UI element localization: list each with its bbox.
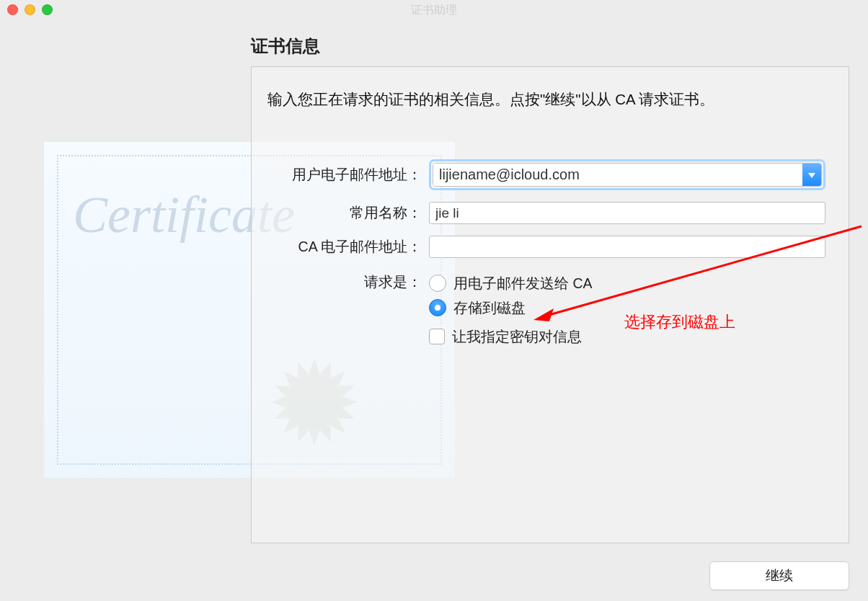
- radio-label-send-email: 用电子邮件发送给 CA: [453, 274, 593, 293]
- radio-label-save-disk: 存储到磁盘: [453, 298, 526, 318]
- label-request-type: 请求是：: [252, 270, 429, 292]
- label-user-email: 用户电子邮件地址：: [252, 165, 429, 184]
- radio-icon: [429, 275, 446, 292]
- label-common-name: 常用名称：: [252, 203, 429, 223]
- row-user-email: 用户电子邮件地址：: [252, 159, 825, 190]
- row-ca-email: CA 电子邮件地址：: [252, 236, 825, 258]
- radio-icon-selected: [429, 299, 446, 316]
- annotation-text: 选择存到磁盘上: [624, 311, 735, 333]
- chevron-down-icon: [807, 171, 816, 179]
- checkbox-label-specify-key: 让我指定密钥对信息: [452, 327, 582, 347]
- user-email-combobox-focus-ring: [429, 159, 825, 190]
- window-title: 证书助理: [0, 0, 868, 20]
- titlebar: 证书助理: [0, 0, 868, 20]
- checkbox-icon: [429, 329, 445, 344]
- common-name-input[interactable]: [429, 202, 825, 224]
- radio-send-email-to-ca[interactable]: 用电子邮件发送给 CA: [429, 271, 825, 295]
- row-request-type: 请求是： 用电子邮件发送给 CA 存储到磁盘 让我指定密钥对信息: [252, 270, 825, 349]
- certificate-assistant-window: 证书助理 Certificate 证书信息 输入您正在请求的证书的相关信息。点按…: [0, 0, 868, 601]
- combobox-arrow-button[interactable]: [802, 164, 821, 186]
- ca-email-input[interactable]: [429, 236, 825, 258]
- page-heading: 证书信息: [251, 35, 320, 58]
- instructions-text: 输入您正在请求的证书的相关信息。点按"继续"以从 CA 请求证书。: [267, 89, 833, 110]
- user-email-input[interactable]: [433, 164, 802, 186]
- svg-marker-2: [808, 173, 815, 178]
- main-panel: 输入您正在请求的证书的相关信息。点按"继续"以从 CA 请求证书。 用户电子邮件…: [251, 66, 849, 543]
- continue-button[interactable]: 继续: [709, 561, 849, 590]
- user-email-combobox[interactable]: [433, 163, 822, 187]
- certificate-form: 用户电子邮件地址： 常用名称：: [252, 159, 825, 360]
- label-ca-email: CA 电子邮件地址：: [252, 237, 429, 257]
- row-common-name: 常用名称：: [252, 202, 825, 224]
